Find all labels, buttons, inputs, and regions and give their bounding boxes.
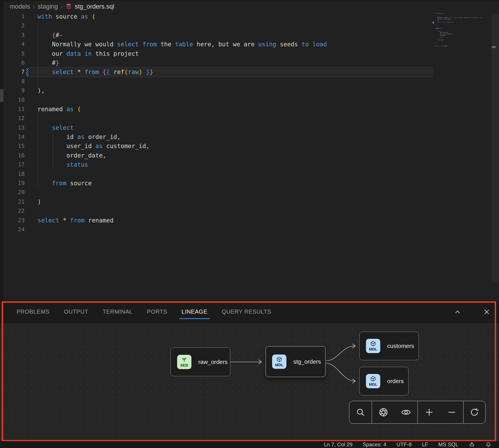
code-text[interactable]: ), [29, 86, 45, 95]
code-line[interactable]: 22 [0, 206, 499, 216]
code-text[interactable] [29, 170, 41, 179]
code-text[interactable]: Normally we would select from the table … [29, 40, 327, 49]
code-text[interactable]: order_date, [29, 151, 106, 160]
code-line[interactable]: 16 order_date, [0, 151, 499, 160]
window-top-border [0, 0, 499, 1]
minimap[interactable]: with source as ( {#- Normally we would s… [435, 13, 486, 258]
breadcrumb-item-staging[interactable]: staging [38, 3, 58, 10]
gutter-modified-marker [26, 77, 29, 86]
tab-terminal[interactable]: TERMINAL [102, 305, 133, 319]
badge-label: SED [180, 363, 188, 367]
code-text[interactable]: #} [29, 58, 59, 67]
code-text[interactable]: from source [29, 179, 92, 188]
lineage-node-orders[interactable]: MDL orders [359, 367, 409, 395]
gutter-modified-marker [26, 49, 29, 58]
status-item[interactable]: LF [422, 441, 428, 448]
code-line[interactable]: 21) [0, 197, 499, 206]
code-text[interactable]: id as order_id, [29, 132, 121, 142]
eye-icon[interactable] [401, 407, 411, 417]
code-line[interactable]: 15 user_id as customer_id, [0, 142, 499, 151]
code-line[interactable]: 13 select [0, 123, 499, 132]
code-line[interactable]: 4 Normally we would select from the tabl… [0, 40, 499, 49]
zoom-out-icon[interactable] [447, 407, 457, 417]
code-line[interactable]: 23select * from renamed [0, 216, 499, 225]
code-text[interactable]: select [29, 123, 74, 132]
code-text[interactable] [29, 77, 41, 86]
code-line[interactable]: 8 [0, 77, 499, 86]
code-line[interactable]: 10 [0, 95, 499, 105]
code-line[interactable]: 12 [0, 114, 499, 123]
lineage-toolbar [349, 401, 486, 424]
line-number: 8 [0, 77, 25, 86]
code-line[interactable]: 3 {#- [0, 31, 499, 40]
node-label: customers [387, 343, 414, 349]
code-line[interactable]: 2 [0, 21, 499, 30]
code-text[interactable]: ) [29, 197, 41, 206]
close-icon[interactable] [483, 308, 490, 316]
code-text[interactable] [29, 225, 41, 234]
status-item[interactable]: Ln 7, Col 29 [324, 441, 353, 448]
tab-output[interactable]: OUTPUT [63, 305, 89, 319]
code-text[interactable]: renamed as ( [29, 105, 81, 114]
chevron-up-icon[interactable] [454, 308, 461, 316]
breadcrumb-item-models[interactable]: models [10, 3, 30, 10]
code-line[interactable]: 1with source as ( [0, 12, 499, 21]
gutter-modified-marker [26, 105, 29, 114]
code-line[interactable]: 7 select * from {{ ref(raw) }} [0, 67, 499, 77]
code-line[interactable]: 17 status [0, 160, 499, 169]
tab-query-results[interactable]: QUERY RESULTS [221, 305, 272, 319]
status-item[interactable]: UTF-8 [397, 441, 411, 448]
code-text[interactable] [29, 95, 41, 105]
bottom-panel: PROBLEMSOUTPUTTERMINALPORTSLINEAGEQUERY … [0, 301, 499, 441]
line-number: 5 [0, 49, 25, 58]
line-number: 22 [0, 206, 25, 216]
code-text[interactable]: select * from renamed [29, 216, 114, 225]
code-line[interactable]: 24 [0, 225, 499, 234]
code-line[interactable]: 14 id as order_id, [0, 132, 499, 142]
code-text[interactable]: status [29, 160, 88, 169]
breadcrumb-item-file[interactable]: stg_orders.sql [75, 3, 114, 10]
code-text[interactable]: select * from {{ ref(raw) }} [29, 67, 153, 77]
code-text[interactable]: {#- [29, 31, 63, 40]
lineage-node-customers[interactable]: MDL customers [359, 332, 419, 360]
line-number: 10 [0, 95, 25, 105]
tab-lineage[interactable]: LINEAGE [181, 305, 208, 319]
refresh-icon[interactable] [470, 407, 479, 417]
code-line[interactable]: 6 #} [0, 58, 499, 67]
lineage-canvas[interactable]: SED raw_orders MDL stg_orders MD [0, 323, 499, 441]
chevron-right-icon: › [33, 3, 35, 10]
code-text[interactable]: our data in this project [29, 49, 139, 58]
code-text[interactable] [29, 21, 41, 30]
tab-ports[interactable]: PORTS [146, 305, 168, 319]
code-line[interactable]: 11renamed as ( [0, 105, 499, 114]
editor-scrollbar[interactable] [492, 14, 499, 282]
badge-label: MDL [369, 382, 377, 387]
aperture-icon[interactable] [379, 407, 388, 417]
code-text[interactable]: with source as ( [29, 12, 95, 21]
search-icon[interactable] [356, 407, 365, 417]
code-text[interactable] [29, 206, 41, 216]
status-item[interactable]: Spaces: 4 [363, 441, 386, 448]
line-number: 16 [0, 151, 25, 160]
zoom-in-icon[interactable] [424, 407, 434, 417]
code-editor[interactable]: 1with source as (2 3 {#-4 Normally we wo… [0, 12, 499, 234]
lineage-node-raw-orders[interactable]: SED raw_orders [171, 347, 230, 376]
code-line[interactable]: 5 our data in this project [0, 49, 499, 58]
lineage-node-stg-orders[interactable]: MDL stg_orders [266, 346, 326, 377]
gutter-modified-marker [26, 170, 29, 178]
code-line[interactable]: 18 [0, 170, 499, 179]
gutter-modified-marker [26, 31, 29, 39]
code-line[interactable]: 9), [0, 86, 499, 95]
tab-problems[interactable]: PROBLEMS [16, 305, 50, 319]
gutter-modified-marker [26, 124, 29, 132]
code-text[interactable] [29, 188, 41, 197]
bell-icon[interactable] [485, 441, 492, 448]
cube-icon [370, 341, 376, 347]
code-line[interactable]: 19 from source [0, 179, 499, 188]
code-text[interactable] [29, 114, 41, 123]
copilot-robot-icon[interactable] [469, 441, 475, 448]
code-text[interactable]: user_id as customer_id, [29, 142, 150, 151]
model-badge: MDL [366, 339, 380, 353]
status-item[interactable]: MS SQL [438, 441, 458, 448]
code-line[interactable]: 20 [0, 188, 499, 197]
